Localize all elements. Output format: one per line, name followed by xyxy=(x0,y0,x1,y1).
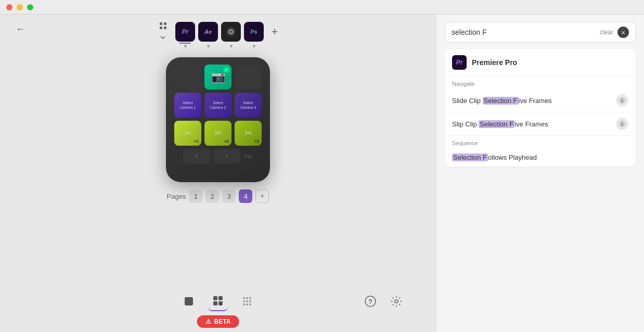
key-empty-1[interactable] xyxy=(174,65,201,90)
help-button[interactable]: ? xyxy=(362,293,379,310)
beta-warning-icon: ⚠ xyxy=(205,318,211,325)
grid-view-icon xyxy=(212,295,224,307)
key-cut-3[interactable]: ✂ ×3 xyxy=(235,121,262,146)
key-camera[interactable]: 📷 ✓ xyxy=(204,65,231,90)
app-icon-ps[interactable]: Ps xyxy=(244,22,264,42)
svg-point-15 xyxy=(246,303,248,305)
view-single-button[interactable] xyxy=(179,291,199,311)
camera-icon: 📷 xyxy=(211,70,225,84)
back-button[interactable]: ← xyxy=(16,24,25,35)
nav-next-button[interactable]: › xyxy=(213,149,240,163)
settings-button[interactable] xyxy=(388,293,405,310)
cut-3-icon: ✂ xyxy=(244,127,252,139)
cut-1-icon: ✂ xyxy=(184,127,192,139)
grid-icon xyxy=(160,22,166,29)
key-select-camera-3[interactable]: SelectCamera 3 xyxy=(235,93,262,118)
svg-point-9 xyxy=(246,297,248,299)
ae-dropdown-icon: ▾ xyxy=(207,43,210,49)
svg-point-16 xyxy=(249,303,251,305)
key-cut-1[interactable]: ✂ ×1 xyxy=(174,121,201,146)
top-toolbar: ← Pr ▾ xyxy=(0,15,436,42)
help-icon: ? xyxy=(364,295,377,308)
search-input[interactable] xyxy=(452,28,596,36)
search-bar: clear × xyxy=(445,22,636,43)
svg-point-11 xyxy=(243,300,245,302)
davinci-logo-icon xyxy=(224,25,238,39)
logi-brand-label: logi xyxy=(243,154,253,159)
beta-badge: ⚠ BETA xyxy=(197,315,239,328)
page-2-button[interactable]: 2 xyxy=(205,189,219,203)
view-icons xyxy=(179,291,257,311)
result-slip-clip-text: Slip Clip Selection Five Frames xyxy=(452,120,548,128)
svg-point-8 xyxy=(243,297,245,299)
result-slide-clip-text: Slide Clip Selection Five Frames xyxy=(452,97,552,105)
page-4-button[interactable]: 4 xyxy=(239,189,252,203)
bottom-toolbar: ? xyxy=(0,291,436,311)
close-button[interactable] xyxy=(6,4,12,10)
svg-rect-4 xyxy=(213,296,217,300)
key-select-camera-2[interactable]: SelectCamera 2 xyxy=(204,93,231,118)
app-logo-premiere: Pr xyxy=(452,55,467,70)
result-slip-clip[interactable]: Slip Clip Selection Five Frames i xyxy=(445,112,636,136)
svg-text:i: i xyxy=(622,122,623,127)
info-icon-2: i xyxy=(619,120,626,127)
davinci-dropdown-icon: ▾ xyxy=(230,43,233,49)
view-dots-button[interactable] xyxy=(237,291,257,311)
app-icon-ae[interactable]: Ae xyxy=(198,22,218,42)
ps-dropdown-icon: ▾ xyxy=(253,43,255,49)
beta-label: BETA xyxy=(214,318,231,325)
svg-point-10 xyxy=(249,297,251,299)
device-row-2: SelectCamera 1 SelectCamera 2 SelectCame… xyxy=(173,93,263,118)
key-empty-2[interactable] xyxy=(235,65,262,90)
view-grid-button[interactable] xyxy=(208,291,228,311)
svg-point-2 xyxy=(230,31,232,33)
svg-rect-7 xyxy=(218,301,223,305)
maximize-button[interactable] xyxy=(27,4,33,10)
logi-device: 📷 ✓ SelectCamera 1 SelectCamera 2 xyxy=(166,57,270,182)
app-name-label: Premiere Pro xyxy=(472,58,517,67)
minimize-button[interactable] xyxy=(17,4,23,10)
device-row-1: 📷 ✓ xyxy=(173,65,263,90)
single-view-icon xyxy=(183,296,195,307)
premiere-dropdown-icon: ▾ xyxy=(184,43,187,49)
svg-rect-5 xyxy=(218,296,223,300)
app-icon-davinci[interactable] xyxy=(221,22,241,42)
device-container: 📷 ✓ SelectCamera 1 SelectCamera 2 xyxy=(166,57,270,203)
chevron-down-icon xyxy=(160,36,165,39)
svg-text:?: ? xyxy=(368,298,372,305)
app-icon-premiere[interactable]: Pr xyxy=(175,22,195,42)
page-3-button[interactable]: 3 xyxy=(222,189,236,203)
pages-row: Pages 1 2 3 4 + xyxy=(167,189,269,203)
app-results-section: Pr Premiere Pro Navigate Slide Clip Sele… xyxy=(445,49,636,167)
close-search-button[interactable]: × xyxy=(617,27,629,38)
close-icon: × xyxy=(621,29,625,36)
result-sequence-follows[interactable]: Selection Follows Playhead xyxy=(445,148,636,167)
nav-prev-button[interactable]: ‹ xyxy=(183,149,210,163)
right-panel: clear × Pr Premiere Pro Navigate Slide C… xyxy=(436,15,644,332)
key-select-camera-1[interactable]: SelectCamera 1 xyxy=(174,93,201,118)
svg-point-14 xyxy=(243,303,245,305)
svg-rect-3 xyxy=(185,297,193,305)
clear-button[interactable]: clear xyxy=(600,29,613,36)
svg-text:i: i xyxy=(622,98,623,104)
app-grid-button[interactable] xyxy=(153,22,172,41)
add-page-button[interactable]: + xyxy=(255,189,269,203)
svg-point-19 xyxy=(395,300,398,303)
key-cut-2[interactable]: ✂ ×2 xyxy=(204,121,231,146)
left-panel: ← Pr ▾ xyxy=(0,15,436,332)
cut-2-icon: ✂ xyxy=(214,127,222,139)
svg-point-13 xyxy=(249,300,251,302)
main-area: ← Pr ▾ xyxy=(0,15,644,332)
result-slip-clip-arrow[interactable]: i xyxy=(616,118,628,130)
titlebar xyxy=(0,0,644,15)
add-app-button[interactable]: + xyxy=(267,24,282,40)
pages-label: Pages xyxy=(167,193,186,200)
nav-row: ‹ › logi xyxy=(173,149,263,163)
svg-rect-6 xyxy=(213,301,217,305)
settings-icon xyxy=(390,295,403,308)
result-slide-clip-arrow[interactable]: i xyxy=(616,94,628,107)
page-1-button[interactable]: 1 xyxy=(189,189,202,203)
device-row-3: ✂ ×1 ✂ ×2 ✂ ×3 xyxy=(173,121,263,146)
result-slide-clip[interactable]: Slide Clip Selection Five Frames i xyxy=(445,89,636,112)
app-header: Pr Premiere Pro xyxy=(445,49,636,76)
